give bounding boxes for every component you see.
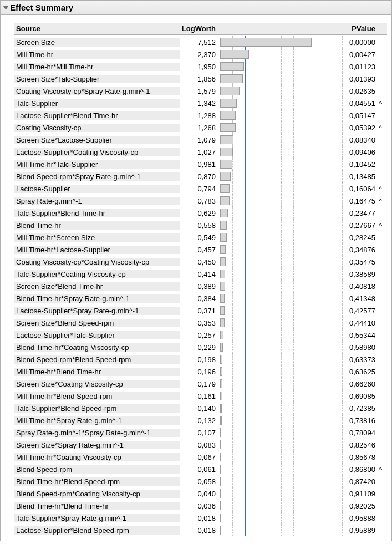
table-row[interactable]: Lactose-Supplier0,7940,16064^ <box>14 182 387 195</box>
cell-pvalue: 0,08340 <box>343 136 376 144</box>
cell-chart <box>220 171 342 181</box>
cell-pvalue: 0,87420 <box>343 477 376 486</box>
table-row[interactable]: Mill Time-hr*Blend Time-hr0,1960,63625 <box>14 365 387 378</box>
table-row[interactable]: Mill Time-hr*Talc-Supplier0,9810,10452 <box>14 158 387 170</box>
table-row[interactable]: Coating Viscosity-cp*Spray Rate-g.min^-1… <box>14 85 387 97</box>
table-row[interactable]: Talc-Supplier*Blend Time-hr0,6290,23477 <box>14 207 387 219</box>
panel-header[interactable]: Effect Summary <box>1 1 391 15</box>
cell-pvalue: 0,44410 <box>343 319 376 327</box>
logworth-bar <box>220 306 225 315</box>
cell-logworth: 1,288 <box>180 111 219 120</box>
cell-source: Blend Time-hr*Blend Speed-rpm <box>14 477 180 486</box>
table-row[interactable]: Spray Rate-g.min^-1*Spray Rate-g.min^-10… <box>14 426 387 439</box>
cell-pvalue: 0,63625 <box>343 368 376 376</box>
table-row[interactable]: Screen Size*Coating Viscosity-cp0,1790,6… <box>14 378 387 390</box>
logworth-bar <box>220 477 221 486</box>
cell-pvalue: 0,13485 <box>343 172 376 181</box>
table-row[interactable]: Mill Time-hr*Spray Rate-g.min^-10,1320,7… <box>14 414 387 426</box>
table-row[interactable]: Screen Size*Blend Time-hr0,3890,40818 <box>14 280 387 292</box>
header-pvalue[interactable]: PValue <box>343 24 376 33</box>
cell-logworth: 0,179 <box>180 380 219 388</box>
logworth-bar <box>220 148 233 156</box>
table-row[interactable]: Screen Size*Blend Speed-rpm0,3530,44410 <box>14 317 387 329</box>
table-row[interactable]: Mill Time-hr*Coating Viscosity-cp0,0670,… <box>14 451 387 463</box>
table-row[interactable]: Screen Size*Talc-Supplier1,8560,01393 <box>14 73 387 85</box>
table-row[interactable]: Mill Time-hr*Blend Speed-rpm0,1610,69085 <box>14 390 387 402</box>
table-row[interactable]: Lactose-Supplier*Spray Rate-g.min^-10,37… <box>14 304 387 317</box>
table-row[interactable]: Blend Speed-rpm0,0610,86800^ <box>14 463 387 475</box>
table-row[interactable]: Coating Viscosity-cp1,2680,05392^ <box>14 121 387 134</box>
table-row[interactable]: Blend Time-hr*Blend Speed-rpm0,0580,8742… <box>14 475 387 487</box>
table-row[interactable]: Talc-Supplier*Blend Speed-rpm0,1400,7238… <box>14 402 387 414</box>
logworth-bar <box>220 416 222 425</box>
table-row[interactable]: Coating Viscosity-cp*Coating Viscosity-c… <box>14 256 387 268</box>
table-row[interactable]: Blend Time-hr*Spray Rate-g.min^-10,3840,… <box>14 292 387 304</box>
cell-pvalue: 0,42577 <box>343 307 376 315</box>
cell-pvalue: 0,82546 <box>343 441 376 449</box>
logworth-bar <box>220 38 312 47</box>
cell-source: Mill Time-hr*Screen Size <box>14 233 180 242</box>
table-row[interactable]: Lactose-Supplier*Talc-Supplier0,2570,553… <box>14 329 387 341</box>
table-row[interactable]: Screen Size*Lactose-Supplier1,0790,08340 <box>14 134 387 146</box>
disclosure-triangle-icon[interactable] <box>3 6 9 9</box>
logworth-bar <box>220 489 221 498</box>
table-row[interactable]: Mill Time-hr2,3700,00427 <box>14 48 387 60</box>
cell-source: Blend Time-hr <box>14 221 180 230</box>
cell-source: Lactose-Supplier*Blend Speed-rpm <box>14 526 180 535</box>
cell-pvalue: 0,00427 <box>343 50 376 59</box>
cell-chart <box>220 147 342 157</box>
cell-pvalue: 0,05392 <box>343 124 376 132</box>
cell-chart <box>220 440 342 450</box>
table-row[interactable]: Talc-Supplier1,3420,04551^ <box>14 97 387 109</box>
logworth-bar <box>220 465 221 474</box>
header-logworth[interactable]: LogWorth <box>180 24 219 33</box>
cell-source: Spray Rate-g.min^-1*Spray Rate-g.min^-1 <box>14 429 180 437</box>
table-row[interactable]: Blend Time-hr*Coating Viscosity-cp0,2290… <box>14 341 387 353</box>
logworth-bar <box>220 221 227 230</box>
table-row[interactable]: Blend Time-hr*Blend Time-hr0,0360,92025 <box>14 500 387 512</box>
cell-logworth: 0,384 <box>180 294 219 303</box>
table-row[interactable]: Talc-Supplier*Spray Rate-g.min^-10,0180,… <box>14 512 387 524</box>
logworth-bar <box>220 453 221 461</box>
table-row[interactable]: Blend Speed-rpm*Spray Rate-g.min^-10,870… <box>14 170 387 182</box>
table-row[interactable]: Mill Time-hr*Mill Time-hr1,9500,01123 <box>14 60 387 73</box>
cell-caret: ^ <box>376 185 384 193</box>
table-row[interactable]: Lactose-Supplier*Blend Time-hr1,2880,051… <box>14 109 387 121</box>
logworth-bar <box>220 50 249 59</box>
logworth-bar <box>220 135 233 144</box>
logworth-bar <box>220 355 222 364</box>
cell-caret: ^ <box>376 221 384 230</box>
table-row[interactable]: Screen Size*Spray Rate-g.min^-10,0830,82… <box>14 439 387 451</box>
table-row[interactable]: Mill Time-hr*Screen Size0,5490,28245 <box>14 231 387 243</box>
cell-chart <box>220 74 342 84</box>
table-row[interactable]: Mill Time-hr*Lactose-Supplier0,4570,3487… <box>14 243 387 256</box>
cell-logworth: 1,579 <box>180 87 219 95</box>
cell-chart <box>220 98 342 108</box>
table-row[interactable]: Screen Size7,5120,00000 <box>14 36 387 48</box>
table-row[interactable]: Lactose-Supplier*Coating Viscosity-cp1,0… <box>14 146 387 158</box>
cell-logworth: 0,981 <box>180 160 219 169</box>
cell-pvalue: 0,28245 <box>343 233 376 242</box>
table-row[interactable]: Blend Speed-rpm*Coating Viscosity-cp0,04… <box>14 487 387 500</box>
cell-chart <box>220 159 342 169</box>
cell-caret: ^ <box>376 197 384 205</box>
header-source[interactable]: Source <box>14 24 180 33</box>
cell-pvalue: 0,01393 <box>343 75 376 83</box>
cell-pvalue: 0,92025 <box>343 502 376 510</box>
cell-source: Mill Time-hr*Blend Speed-rpm <box>14 392 180 400</box>
cell-logworth: 0,132 <box>180 416 219 425</box>
cell-logworth: 0,036 <box>180 502 219 510</box>
table-row[interactable]: Lactose-Supplier*Blend Speed-rpm0,0180,9… <box>14 524 387 536</box>
table-row[interactable]: Talc-Supplier*Coating Viscosity-cp0,4140… <box>14 268 387 280</box>
logworth-bar <box>220 428 221 437</box>
cell-source: Mill Time-hr*Coating Viscosity-cp <box>14 453 180 461</box>
cell-chart <box>220 513 342 523</box>
cell-chart <box>220 269 342 279</box>
table-row[interactable]: Blend Time-hr0,5580,27667^ <box>14 219 387 231</box>
table-row[interactable]: Blend Speed-rpm*Blend Speed-rpm0,1980,63… <box>14 353 387 365</box>
cell-source: Lactose-Supplier*Spray Rate-g.min^-1 <box>14 307 180 315</box>
cell-logworth: 0,196 <box>180 368 219 376</box>
table-row[interactable]: Spray Rate-g.min^-10,7830,16475^ <box>14 195 387 207</box>
cell-logworth: 2,370 <box>180 50 219 59</box>
logworth-bar <box>220 294 225 303</box>
